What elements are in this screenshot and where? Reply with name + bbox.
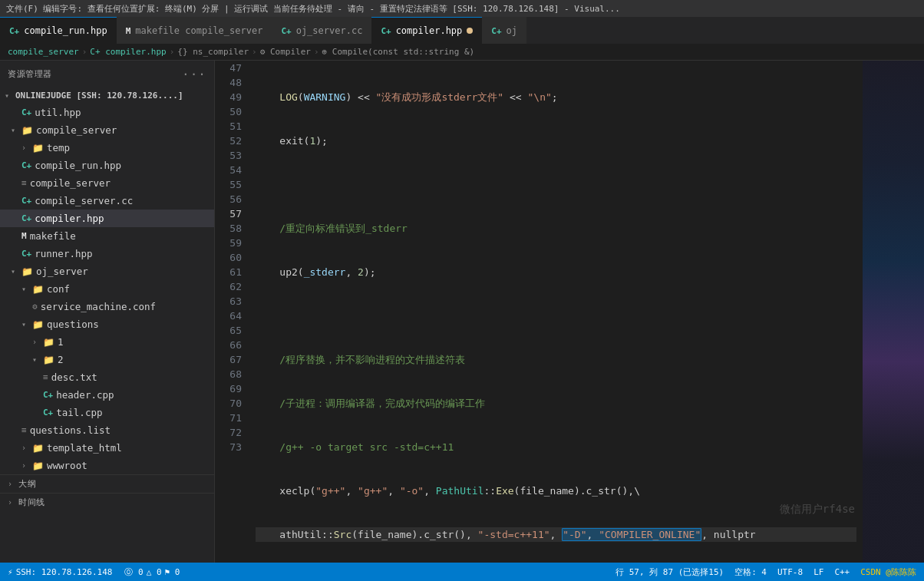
sidebar-item-q2[interactable]: ▾ 📁 2 [0, 351, 214, 368]
sidebar-section-timeline[interactable]: › 时间线 [0, 493, 214, 511]
tab-compiler-hpp[interactable]: C+ compiler.hpp [371, 17, 482, 44]
ln-50: 50 [219, 104, 242, 119]
code-line-47: LOG(WARNING) << "没有成功形成stderr文件" << "\n"… [256, 90, 856, 104]
sidebar-item-oj-server-folder[interactable]: ▾ 📁 oj_server [0, 262, 214, 280]
code-line-51: up2(_stderr, 2); [256, 265, 856, 279]
tab-oj2[interactable]: C+ oj [482, 17, 526, 44]
status-position[interactable]: 行 57, 列 87 (已选择15) [615, 566, 724, 578]
status-errors[interactable]: ⓪ 0 △ 0 ⚑ 0 [124, 566, 180, 578]
breadcrumb-sep-2: › [170, 47, 175, 57]
file-icon-compiler-hpp: C+ [21, 213, 31, 223]
ln-49: 49 [219, 90, 242, 104]
status-line-ending[interactable]: LF [813, 566, 823, 578]
sidebar-label-q1: 1 [58, 336, 64, 348]
status-errors-text: ⓪ 0 [124, 566, 143, 578]
tab-makefile[interactable]: M makefile compile_server [117, 17, 272, 44]
file-icon-header-cpp: C+ [43, 390, 53, 400]
code-line-48: exit(1); [256, 134, 856, 148]
tab-compile-run[interactable]: C+ compile_run.hpp [0, 17, 117, 44]
ln-61: 61 [219, 265, 242, 279]
sidebar-more-icon[interactable]: ··· [182, 67, 206, 81]
chevron-q1: › [32, 338, 40, 346]
chevron-outline: › [8, 480, 15, 488]
file-icon-questions-list: ≡ [21, 425, 27, 435]
tab-oj-server[interactable]: C+ oj_server.cc [272, 17, 371, 44]
sidebar-item-compile-server-mk[interactable]: ≡ compile_server [0, 174, 214, 192]
status-spaces[interactable]: 空格: 4 [734, 566, 767, 578]
sidebar-label-compiler-hpp: compiler.hpp [35, 213, 104, 224]
sidebar-label-makefile: makefile [30, 230, 76, 242]
ln-55: 55 [219, 177, 242, 192]
chevron-temp: › [21, 144, 29, 152]
code-line-55: /g++ -o target src -std=c++11 [256, 440, 856, 454]
tab-label-oj2: oj [507, 25, 517, 36]
status-line-ending-text: LF [813, 567, 823, 577]
sidebar-item-compile-server-cc[interactable]: C+ compile_server.cc [0, 192, 214, 210]
sidebar-root-label: ONLINEJUDGE [SSH: 120.78.126....] [15, 91, 183, 101]
code-line-54: /子进程：调用编译器，完成对代码的编译工作 [256, 396, 856, 411]
status-position-text: 行 57, 列 87 (已选择15) [615, 566, 724, 578]
folder-icon-oj-server: 📁 [21, 266, 33, 277]
tab-icon-compile-run: C+ [9, 26, 19, 36]
ln-69: 69 [219, 381, 242, 396]
sidebar-item-util-hpp[interactable]: C+ util.hpp [0, 104, 214, 121]
ln-66: 66 [219, 338, 242, 352]
chevron-wwwroot: › [21, 461, 29, 470]
sidebar-item-runner-hpp[interactable]: C+ runner.hpp [0, 245, 214, 262]
sidebar-section-outline[interactable]: › 大纲 [0, 474, 214, 493]
breadcrumb-part-5[interactable]: ⊕ Compile(const std::string &) [322, 47, 475, 57]
chevron-root: ▾ [5, 91, 12, 100]
ln-53: 53 [219, 148, 242, 163]
sidebar-item-q1[interactable]: › 📁 1 [0, 333, 214, 351]
sidebar-label-tail-cpp: tail.cpp [56, 407, 102, 418]
ln-72: 72 [219, 425, 242, 440]
chevron-timeline: › [8, 498, 15, 507]
folder-icon-q1: 📁 [43, 337, 54, 348]
sidebar-title: 资源管理器 [8, 68, 52, 80]
sidebar-label-conf: conf [47, 283, 70, 295]
file-icon-service-machine: ⚙ [32, 302, 38, 312]
status-ssh[interactable]: ⚡ SSH: 120.78.126.148 [8, 567, 112, 577]
folder-icon-wwwroot: 📁 [32, 461, 44, 471]
sidebar-label-compile-server-cc: compile_server.cc [35, 195, 133, 206]
status-language-text: C++ [834, 567, 850, 577]
status-ssh-text: SSH: 120.78.126.148 [16, 567, 113, 577]
sidebar-root[interactable]: ▾ ONLINEJUDGE [SSH: 120.78.126....] [0, 87, 214, 104]
breadcrumb-part-4[interactable]: ⚙ Compiler [260, 47, 311, 57]
file-icon-makefile: M [21, 231, 27, 241]
sidebar-item-conf[interactable]: ▾ 📁 conf [0, 280, 214, 298]
status-encoding[interactable]: UTF-8 [777, 566, 803, 578]
sidebar-header: 资源管理器 ··· [0, 61, 214, 87]
line-numbers: 47 48 49 50 51 52 53 54 55 56 57 58 59 6… [215, 61, 249, 563]
code-line-52 [256, 309, 856, 323]
ln-62: 62 [219, 279, 242, 294]
sidebar-item-questions[interactable]: ▾ 📁 questions [0, 315, 214, 333]
status-spaces-text: 空格: 4 [734, 566, 767, 578]
sidebar-item-compiler-hpp[interactable]: C+ compiler.hpp [0, 210, 214, 227]
sidebar-item-service-machine[interactable]: ⚙ service_machine.conf [0, 298, 214, 315]
sidebar-item-header-cpp[interactable]: C+ header.cpp [0, 386, 214, 404]
breadcrumb-part-3[interactable]: {} ns_compiler [177, 47, 249, 57]
main-layout: 资源管理器 ··· ▾ ONLINEJUDGE [SSH: 120.78.126… [0, 61, 924, 563]
title-bar: 文件(F) 编辑字号: 查看任何位置扩展: 终端(M) 分屏 | 运行调试 当前… [0, 0, 924, 17]
sidebar-item-desc-txt[interactable]: ≡ desc.txt [0, 368, 214, 386]
status-language[interactable]: C++ [834, 566, 850, 578]
folder-icon-q2: 📁 [43, 355, 54, 365]
breadcrumb-part-2[interactable]: C+ compiler.hpp [90, 47, 166, 57]
sidebar-item-template-html[interactable]: › 📁 template_html [0, 439, 214, 457]
tab-label-compiler-hpp: compiler.hpp [396, 25, 463, 36]
tab-label-compile-run: compile_run.hpp [24, 25, 107, 36]
sidebar-item-compile-server[interactable]: ▾ 📁 compile_server [0, 121, 214, 139]
sidebar-item-compile-run-hpp[interactable]: C+ compile_run.hpp [0, 157, 214, 174]
sidebar-item-wwwroot[interactable]: › 📁 wwwroot [0, 457, 214, 474]
sidebar-item-tail-cpp[interactable]: C+ tail.cpp [0, 404, 214, 421]
sidebar-item-questions-list[interactable]: ≡ questions.list [0, 421, 214, 439]
sidebar-item-temp[interactable]: › 📁 temp [0, 139, 214, 157]
status-info-text: ⚑ 0 [165, 567, 180, 577]
breadcrumb-part-1[interactable]: compile_server [8, 47, 79, 57]
sidebar-item-makefile[interactable]: M makefile [0, 227, 214, 245]
code-content[interactable]: LOG(WARNING) << "没有成功形成stderr文件" << "\n"… [249, 61, 863, 563]
file-icon-util-hpp: C+ [21, 107, 31, 117]
chevron-conf: ▾ [21, 285, 29, 293]
ln-68: 68 [219, 367, 242, 381]
